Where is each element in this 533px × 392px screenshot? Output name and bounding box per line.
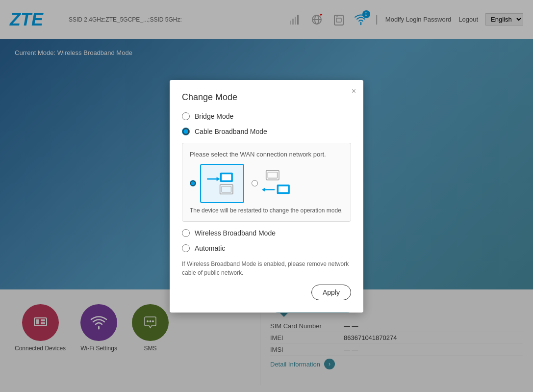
svg-rect-22 bbox=[222, 174, 231, 180]
automatic-mode-radio[interactable] bbox=[182, 244, 190, 252]
cable-mode-option[interactable]: Cable Broadband Mode bbox=[182, 128, 351, 135]
svg-marker-20 bbox=[217, 177, 220, 181]
modal-overlay: Change Mode × Bridge Mode Cable Broadban… bbox=[0, 0, 533, 392]
wan-option-2[interactable] bbox=[252, 167, 296, 199]
wireless-mode-label: Wireless Broadband Mode bbox=[195, 229, 276, 237]
svg-marker-28 bbox=[262, 187, 265, 192]
restart-note: The device will be restarted to change t… bbox=[190, 207, 343, 214]
cable-mode-radio[interactable] bbox=[182, 128, 190, 135]
wan-box-title: Please select the WAN connection network… bbox=[190, 151, 343, 158]
cable-mode-label: Cable Broadband Mode bbox=[195, 128, 267, 135]
change-mode-modal: Change Mode × Bridge Mode Cable Broadban… bbox=[170, 80, 363, 313]
automatic-mode-label: Automatic bbox=[195, 244, 225, 252]
automatic-mode-option[interactable]: Automatic bbox=[182, 244, 351, 252]
wan1-radio[interactable] bbox=[190, 180, 196, 186]
bridge-mode-label: Bridge Mode bbox=[195, 112, 233, 120]
modal-title: Change Mode bbox=[182, 92, 351, 103]
bridge-mode-option[interactable]: Bridge Mode bbox=[182, 112, 351, 120]
warning-note: If Wireless Broadband Mode is enabled, p… bbox=[182, 260, 351, 277]
wan-option-1[interactable] bbox=[190, 164, 244, 203]
svg-rect-30 bbox=[279, 186, 288, 192]
apply-button[interactable]: Apply bbox=[311, 285, 351, 300]
wan-box: Please select the WAN connection network… bbox=[182, 143, 351, 222]
wan-options bbox=[190, 164, 343, 203]
wan2-radio[interactable] bbox=[252, 180, 258, 186]
wireless-mode-option[interactable]: Wireless Broadband Mode bbox=[182, 229, 351, 237]
bridge-mode-radio[interactable] bbox=[182, 112, 190, 120]
wan1-diagram bbox=[200, 164, 244, 203]
svg-rect-24 bbox=[222, 186, 231, 192]
wan2-diagram bbox=[262, 167, 296, 199]
modal-close-button[interactable]: × bbox=[352, 87, 356, 95]
wireless-mode-radio[interactable] bbox=[182, 229, 190, 237]
svg-rect-26 bbox=[268, 172, 277, 178]
